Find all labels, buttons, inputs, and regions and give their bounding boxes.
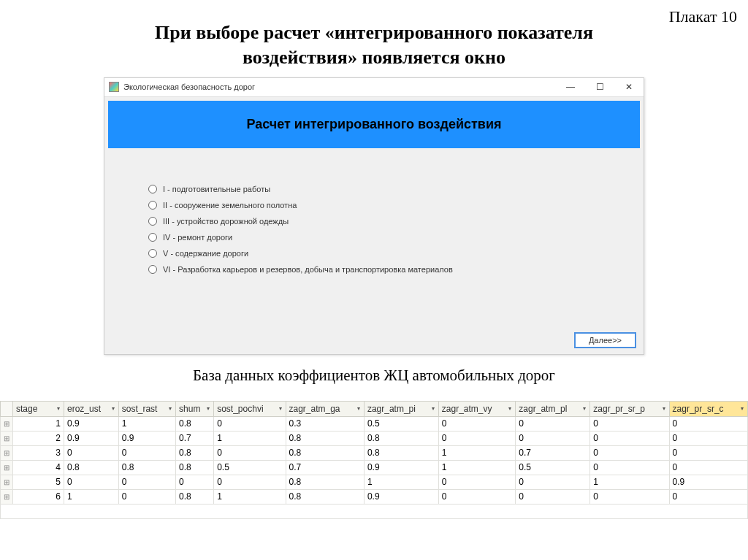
window-banner: Расчет интегрированного воздействия — [108, 101, 640, 148]
col-shum[interactable]: shum▾ — [176, 401, 214, 416]
cell: 0 — [64, 445, 119, 460]
cell: 0 — [669, 431, 747, 445]
cell: 0 — [118, 445, 175, 460]
col-label: shum — [179, 404, 200, 414]
cell: 0 — [64, 475, 119, 489]
expand-toggle[interactable]: ⊞ — [1, 475, 13, 489]
cell: 0.9 — [364, 460, 438, 475]
cell-stage: 6 — [13, 489, 64, 504]
col-sost-rast[interactable]: sost_rast▾ — [118, 401, 175, 416]
col-label: zagr_atm_pi — [367, 404, 416, 414]
cell: 0.9 — [669, 475, 747, 489]
filter-dropdown-icon[interactable]: ▾ — [167, 405, 174, 413]
cell: 0.8 — [118, 460, 175, 475]
radio-option-2[interactable]: II - сооружение земельного полотна — [148, 201, 614, 210]
cell: 0.9 — [64, 416, 119, 431]
cell: 0 — [669, 445, 747, 460]
col-label: zagr_atm_pl — [519, 404, 567, 414]
table-row: ⊞ 1 0.9 1 0.8 0 0.3 0.5 0 0 0 0 — [1, 416, 748, 431]
filter-dropdown-icon[interactable]: ▾ — [739, 405, 746, 413]
cell: 1 — [118, 416, 175, 431]
table-selection-row — [1, 504, 748, 518]
filter-dropdown-icon[interactable]: ▾ — [581, 405, 588, 413]
col-zagr-atm-vy[interactable]: zagr_atm_vy▾ — [438, 401, 516, 416]
cell: 0 — [516, 431, 590, 445]
filter-dropdown-icon[interactable]: ▾ — [205, 405, 212, 413]
radio-option-5[interactable]: V - содержание дороги — [148, 249, 614, 258]
col-zagr-pr-sr-p[interactable]: zagr_pr_sr_p▾ — [590, 401, 669, 416]
close-button[interactable]: ✕ — [614, 77, 644, 96]
cell: 0 — [516, 416, 590, 431]
filter-dropdown-icon[interactable]: ▾ — [660, 405, 668, 413]
expand-toggle[interactable]: ⊞ — [1, 431, 13, 445]
cell: 0 — [214, 445, 286, 460]
cell: 0.8 — [64, 460, 119, 475]
radio-option-6[interactable]: VI - Разработка карьеров и резервов, доб… — [148, 265, 614, 274]
selection-highlight — [1, 504, 748, 518]
title-line2: воздействия» появляется окно — [243, 47, 505, 68]
filter-dropdown-icon[interactable]: ▾ — [430, 405, 437, 413]
cell: 0 — [516, 475, 590, 489]
filter-dropdown-icon[interactable]: ▾ — [277, 405, 284, 413]
radio-option-1[interactable]: I - подготовительные работы — [148, 185, 614, 193]
col-zagr-pr-sr-c[interactable]: zagr_pr_sr_c▾ — [669, 401, 747, 416]
next-button[interactable]: Далее>> — [574, 332, 636, 348]
page-title: При выборе расчет «интегрированного пока… — [0, 20, 748, 70]
col-zagr-atm-pl[interactable]: zagr_atm_pl▾ — [516, 401, 590, 416]
cell: 0 — [438, 475, 516, 489]
cell: 0.7 — [176, 431, 214, 445]
col-eroz-ust[interactable]: eroz_ust▾ — [64, 401, 119, 416]
cell: 0 — [214, 475, 286, 489]
col-label: zagr_atm_vy — [442, 404, 492, 414]
cell: 0 — [590, 489, 669, 504]
filter-dropdown-icon[interactable]: ▾ — [355, 405, 362, 413]
cell: 0 — [176, 475, 214, 489]
table-row: ⊞ 6 1 0 0.8 1 0.8 0.9 0 0 0 0 — [1, 489, 748, 504]
cell: 0 — [590, 445, 669, 460]
radio-label: IV - ремонт дороги — [163, 233, 232, 242]
cell: 1 — [214, 431, 286, 445]
col-zagr-atm-pi[interactable]: zagr_atm_pi▾ — [364, 401, 438, 416]
minimize-button[interactable]: — — [556, 77, 585, 96]
cell: 1 — [64, 489, 119, 504]
col-label: zagr_atm_ga — [289, 404, 340, 414]
cell: 0.8 — [364, 431, 438, 445]
window-controls: — ☐ ✕ — [556, 77, 644, 96]
radio-option-4[interactable]: IV - ремонт дороги — [148, 233, 614, 242]
maximize-button[interactable]: ☐ — [585, 77, 614, 96]
cell: 0.5 — [364, 416, 438, 431]
cell: 0.3 — [286, 416, 364, 431]
radio-label: VI - Разработка карьеров и резервов, доб… — [163, 265, 453, 274]
expand-toggle[interactable]: ⊞ — [1, 489, 13, 504]
radio-icon — [148, 265, 157, 274]
radio-label: II - сооружение земельного полотна — [163, 201, 297, 210]
col-sost-pochvi[interactable]: sost_pochvi▾ — [214, 401, 286, 416]
col-stage[interactable]: stage▾ — [13, 401, 64, 416]
window-titlebar: Экологическая безопасность дорог — ☐ ✕ — [104, 78, 644, 97]
radio-option-3[interactable]: III - устройство дорожной одежды — [148, 217, 614, 226]
cell-stage: 4 — [13, 460, 64, 475]
col-label: sost_pochvi — [217, 404, 263, 414]
filter-dropdown-icon[interactable]: ▾ — [506, 405, 514, 413]
col-label: zagr_pr_sr_p — [593, 404, 645, 414]
filter-dropdown-icon[interactable]: ▾ — [110, 405, 117, 413]
cell: 0.5 — [214, 460, 286, 475]
table-row: ⊞ 4 0.8 0.8 0.8 0.5 0.7 0.9 1 0.5 0 0 — [1, 460, 748, 475]
app-window: Экологическая безопасность дорог — ☐ ✕ Р… — [104, 77, 644, 355]
cell: 0.5 — [516, 460, 590, 475]
poster-label: Плакат 10 — [669, 7, 737, 26]
col-zagr-atm-ga[interactable]: zagr_atm_ga▾ — [286, 401, 364, 416]
expand-toggle[interactable]: ⊞ — [1, 416, 13, 431]
cell: 1 — [590, 475, 669, 489]
expand-header — [1, 401, 13, 416]
cell: 0 — [438, 416, 516, 431]
cell-stage: 3 — [13, 445, 64, 460]
cell: 0.9 — [118, 431, 175, 445]
cell-stage: 1 — [13, 416, 64, 431]
expand-toggle[interactable]: ⊞ — [1, 460, 13, 475]
expand-toggle[interactable]: ⊞ — [1, 445, 13, 460]
filter-dropdown-icon[interactable]: ▾ — [55, 405, 62, 413]
cell-stage: 5 — [13, 475, 64, 489]
table-body: ⊞ 1 0.9 1 0.8 0 0.3 0.5 0 0 0 0 ⊞ 2 0.9 … — [1, 416, 748, 518]
data-table: stage▾ eroz_ust▾ sost_rast▾ shum▾ sost_p… — [0, 401, 748, 519]
